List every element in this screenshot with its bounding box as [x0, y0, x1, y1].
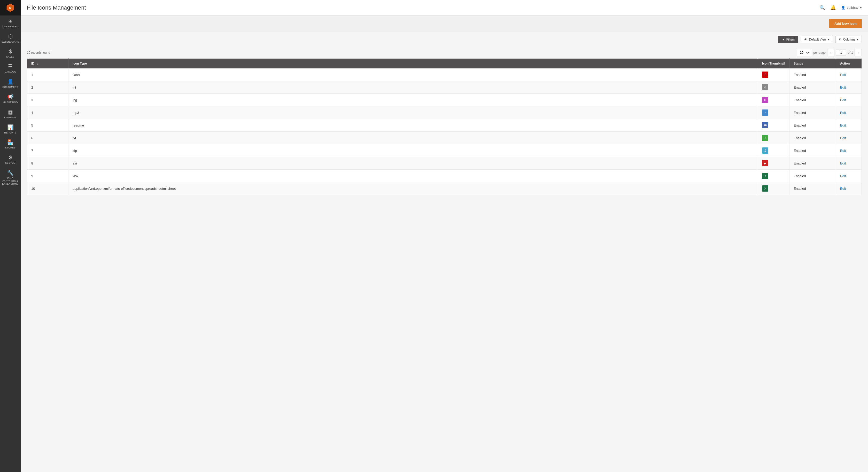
sidebar-label-find-partners: FIND PARTNERS & EXTENSIONS — [1, 177, 20, 185]
default-view-button[interactable]: 👁 Default View ▾ — [801, 36, 833, 43]
logo[interactable]: M — [0, 0, 21, 15]
cell-thumbnail-4: ♪ — [758, 106, 789, 119]
cell-status-10: Enabled — [789, 182, 836, 195]
edit-link-4[interactable]: Edit — [840, 111, 846, 115]
per-page-dropdown[interactable]: 20 50 100 — [799, 51, 810, 55]
table-row: 5 readme 📖 Enabled Edit — [27, 119, 862, 132]
main-content: File Icons Management 🔍 🔔 👤 vaibhav ▾ Ad… — [21, 0, 868, 472]
edit-link-8[interactable]: Edit — [840, 161, 846, 165]
cell-action-3: Edit — [836, 94, 862, 106]
sidebar-item-customers[interactable]: 👤 CUSTOMERS — [0, 76, 21, 91]
cell-action-10: Edit — [836, 182, 862, 195]
prev-page-button[interactable]: ‹ — [827, 49, 834, 56]
thumbnail-icon-3: 🖼 — [762, 97, 768, 103]
sidebar-item-marketing[interactable]: 📢 MARKETING — [0, 91, 21, 106]
filter-icon: ▼ — [782, 38, 785, 41]
sidebar-label-extendware: EXTENDWARE — [2, 40, 19, 43]
records-row: 10 records found 20 50 100 per page ‹ of… — [21, 47, 868, 58]
cell-icon-type-9: xlsx — [68, 170, 758, 182]
cell-icon-type-8: avi — [68, 157, 758, 170]
col-header-action: Action — [836, 59, 862, 69]
customers-icon: 👤 — [7, 78, 14, 85]
table-row: 7 zip Z Enabled Edit — [27, 144, 862, 157]
edit-link-2[interactable]: Edit — [840, 86, 846, 89]
cell-status-5: Enabled — [789, 119, 836, 132]
records-count: 10 records found — [27, 51, 50, 55]
per-page-select[interactable]: 20 50 100 — [797, 49, 812, 56]
col-header-id[interactable]: ID ↓ — [27, 59, 68, 69]
cell-icon-type-3: jpg — [68, 94, 758, 106]
cell-status-9: Enabled — [789, 170, 836, 182]
marketing-icon: 📢 — [7, 94, 14, 100]
top-header: File Icons Management 🔍 🔔 👤 vaibhav ▾ — [21, 0, 868, 15]
user-menu[interactable]: 👤 vaibhav ▾ — [841, 6, 862, 9]
table-row: 9 xlsx X Enabled Edit — [27, 170, 862, 182]
sidebar-item-find-partners[interactable]: 🔧 FIND PARTNERS & EXTENSIONS — [0, 167, 21, 188]
edit-link-6[interactable]: Edit — [840, 136, 846, 140]
cell-action-2: Edit — [836, 81, 862, 94]
columns-button[interactable]: ⚙ Columns ▾ — [835, 36, 862, 43]
cell-status-8: Enabled — [789, 157, 836, 170]
cell-id-2: 2 — [27, 81, 68, 94]
cell-thumbnail-8: ▶ — [758, 157, 789, 170]
cell-action-8: Edit — [836, 157, 862, 170]
search-icon[interactable]: 🔍 — [819, 5, 825, 10]
cell-icon-type-4: mp3 — [68, 106, 758, 119]
cell-action-5: Edit — [836, 119, 862, 132]
thumbnail-icon-6: T — [762, 135, 768, 141]
sidebar-item-stores[interactable]: 🏪 STORES — [0, 136, 21, 152]
cell-id-4: 4 — [27, 106, 68, 119]
header-actions: 🔍 🔔 👤 vaibhav ▾ — [819, 5, 862, 10]
table-row: 3 jpg 🖼 Enabled Edit — [27, 94, 862, 106]
sidebar-label-reports: REPORTS — [4, 131, 17, 134]
sidebar-label-dashboard: DASHBOARD — [2, 25, 18, 28]
sort-arrow-icon: ↓ — [37, 62, 38, 65]
col-header-status: Status — [789, 59, 836, 69]
catalog-icon: ☰ — [8, 63, 13, 69]
page-total: of 1 — [848, 51, 853, 55]
dashboard-icon: ⊞ — [8, 18, 13, 24]
notification-icon[interactable]: 🔔 — [830, 5, 836, 10]
cell-status-6: Enabled — [789, 132, 836, 144]
cell-thumbnail-6: T — [758, 132, 789, 144]
gear-icon: ⚙ — [839, 38, 842, 41]
add-new-icon-button[interactable]: Add New Icon — [829, 19, 862, 28]
grid-controls: ▼ Filters 👁 Default View ▾ ⚙ Columns ▾ — [21, 32, 868, 47]
edit-link-3[interactable]: Edit — [840, 98, 846, 102]
sidebar-item-system[interactable]: ⚙ SYSTEM — [0, 152, 21, 167]
table-row: 1 flash F Enabled Edit — [27, 68, 862, 81]
sidebar-item-dashboard[interactable]: ⊞ DASHBOARD — [0, 15, 21, 31]
sidebar-item-extendware[interactable]: ⬡ EXTENDWARE — [0, 31, 21, 46]
next-page-button[interactable]: › — [855, 49, 862, 56]
edit-link-1[interactable]: Edit — [840, 73, 846, 77]
cell-action-9: Edit — [836, 170, 862, 182]
edit-link-7[interactable]: Edit — [840, 149, 846, 153]
sidebar-label-sales: SALES — [6, 56, 14, 58]
sidebar-label-catalog: CATALOG — [4, 70, 16, 73]
thumbnail-icon-9: X — [762, 173, 768, 179]
edit-link-5[interactable]: Edit — [840, 123, 846, 127]
cell-icon-type-10: application/vnd.openxmlformats-officedoc… — [68, 182, 758, 195]
cell-thumbnail-1: F — [758, 68, 789, 81]
thumbnail-icon-2: ⚙ — [762, 84, 768, 90]
cell-icon-type-1: flash — [68, 68, 758, 81]
user-name: vaibhav — [847, 6, 859, 9]
sidebar-item-reports[interactable]: 📊 REPORTS — [0, 122, 21, 137]
find-partners-icon: 🔧 — [7, 170, 14, 176]
edit-link-10[interactable]: Edit — [840, 187, 846, 191]
thumbnail-icon-8: ▶ — [762, 160, 768, 166]
eye-icon: 👁 — [804, 38, 807, 41]
sidebar-label-customers: CUSTOMERS — [2, 86, 18, 89]
filters-button[interactable]: ▼ Filters — [778, 36, 799, 43]
page-number-input[interactable] — [836, 50, 846, 56]
cell-id-7: 7 — [27, 144, 68, 157]
sidebar-item-sales[interactable]: $ SALES — [0, 46, 21, 61]
table-row: 2 ini ⚙ Enabled Edit — [27, 81, 862, 94]
sidebar-item-content[interactable]: ▦ CONTENT — [0, 106, 21, 122]
edit-link-9[interactable]: Edit — [840, 174, 846, 178]
cell-action-7: Edit — [836, 144, 862, 157]
sidebar-item-catalog[interactable]: ☰ CATALOG — [0, 61, 21, 76]
user-menu-chevron-icon: ▾ — [860, 6, 862, 9]
thumbnail-icon-1: F — [762, 71, 768, 78]
toolbar: Add New Icon — [21, 15, 868, 32]
